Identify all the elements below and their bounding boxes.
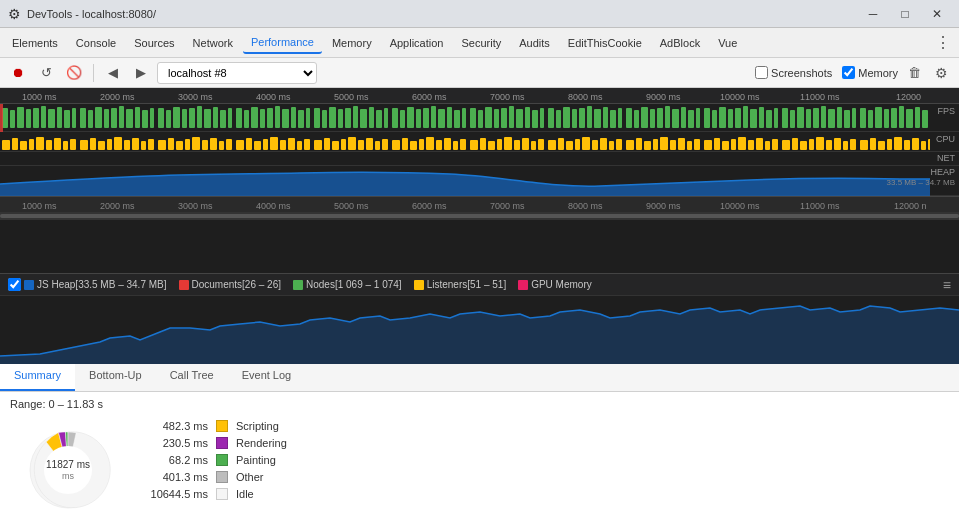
svg-text:6000 ms: 6000 ms <box>412 92 447 102</box>
svg-text:9000 ms: 9000 ms <box>646 201 681 211</box>
memory-section: JS Heap[33.5 MB – 34.7 MB] Documents[26 … <box>0 273 959 363</box>
menu-elements[interactable]: Elements <box>4 33 66 53</box>
divider-1 <box>93 64 94 82</box>
svg-rect-23 <box>0 104 3 132</box>
svg-text:3000 ms: 3000 ms <box>178 92 213 102</box>
pie-center-value: 11827 ms ms <box>46 458 90 483</box>
other-swatch <box>216 471 228 483</box>
legend-jsheap[interactable]: JS Heap[33.5 MB – 34.7 MB] <box>8 278 167 291</box>
minimize-button[interactable]: ─ <box>859 5 887 23</box>
svg-text:11000 ms: 11000 ms <box>800 201 840 211</box>
clear-button[interactable]: 🚫 <box>62 61 86 85</box>
menu-application[interactable]: Application <box>382 33 452 53</box>
menu-console[interactable]: Console <box>68 33 124 53</box>
legend-documents: Documents[26 – 26] <box>179 279 282 290</box>
svg-text:5000 ms: 5000 ms <box>334 92 369 102</box>
memory-legend: JS Heap[33.5 MB – 34.7 MB] Documents[26 … <box>0 274 959 296</box>
record-button[interactable]: ⏺ <box>6 61 30 85</box>
rendering-time: 230.5 ms <box>138 437 208 449</box>
scripting-time: 482.3 ms <box>138 420 208 432</box>
jsheap-label: JS Heap[33.5 MB – 34.7 MB] <box>37 279 167 290</box>
screenshots-label: Screenshots <box>771 67 832 79</box>
menu-audits[interactable]: Audits <box>511 33 558 53</box>
other-label: Other <box>236 471 264 483</box>
menu-network[interactable]: Network <box>185 33 241 53</box>
screenshots-checkbox-input[interactable] <box>755 66 768 79</box>
svg-text:3000 ms: 3000 ms <box>178 201 213 211</box>
close-button[interactable]: ✕ <box>923 5 951 23</box>
summary-table: 482.3 ms Scripting 230.5 ms Rendering 68… <box>138 420 941 505</box>
svg-text:4000 ms: 4000 ms <box>256 92 291 102</box>
legend-nodes: Nodes[1 069 – 1 074] <box>293 279 402 290</box>
more-options-button[interactable]: ⋮ <box>931 31 955 55</box>
svg-text:2000 ms: 2000 ms <box>100 92 135 102</box>
menu-sources[interactable]: Sources <box>126 33 182 53</box>
time-ruler-bottom: 1000 ms 2000 ms 3000 ms 4000 ms 5000 ms … <box>0 196 959 212</box>
summary-area: 11827 ms ms 482.3 ms Scripting 230.5 ms … <box>10 416 949 515</box>
tab-call-tree[interactable]: Call Tree <box>156 364 228 391</box>
summary-row-painting: 68.2 ms Painting <box>138 454 941 466</box>
jsheap-swatch <box>24 280 34 290</box>
bottom-tabs: Summary Bottom-Up Call Tree Event Log <box>0 364 959 392</box>
jsheap-checkbox[interactable] <box>8 278 21 291</box>
tab-summary[interactable]: Summary <box>0 364 75 391</box>
menu-editthiscookie[interactable]: EditThisCookie <box>560 33 650 53</box>
idle-label: Idle <box>236 488 254 500</box>
svg-text:7000 ms: 7000 ms <box>490 92 525 102</box>
memory-checkbox[interactable]: Memory <box>842 66 898 79</box>
menu-memory[interactable]: Memory <box>324 33 380 53</box>
window-title: DevTools - localhost:8080/ <box>27 8 853 20</box>
settings-button[interactable]: ⚙ <box>929 61 953 85</box>
trash-button[interactable]: 🗑 <box>908 65 921 80</box>
bottom-panel: Summary Bottom-Up Call Tree Event Log Ra… <box>0 363 959 515</box>
toolbar: ⏺ ↺ 🚫 ◀ ▶ localhost #8 Screenshots Memor… <box>0 58 959 88</box>
svg-text:4000 ms: 4000 ms <box>256 201 291 211</box>
rendering-swatch <box>216 437 228 449</box>
svg-text:10000 ms: 10000 ms <box>720 92 760 102</box>
summary-content: Range: 0 – 11.83 s <box>0 392 959 515</box>
svg-rect-22 <box>0 104 930 132</box>
back-button[interactable]: ◀ <box>101 61 125 85</box>
summary-row-scripting: 482.3 ms Scripting <box>138 420 941 432</box>
gpumemory-label: GPU Memory <box>531 279 592 290</box>
svg-text:1000 ms: 1000 ms <box>22 92 57 102</box>
summary-row-rendering: 230.5 ms Rendering <box>138 437 941 449</box>
documents-label: Documents[26 – 26] <box>192 279 282 290</box>
maximize-button[interactable]: □ <box>891 5 919 23</box>
net-label: NET <box>937 153 955 163</box>
idle-time: 10644.5 ms <box>138 488 208 500</box>
painting-label: Painting <box>236 454 276 466</box>
url-select[interactable]: localhost #8 <box>157 62 317 84</box>
nodes-swatch <box>293 280 303 290</box>
menu-performance[interactable]: Performance <box>243 32 322 54</box>
memory-chart <box>0 296 959 364</box>
rendering-label: Rendering <box>236 437 287 449</box>
forward-button[interactable]: ▶ <box>129 61 153 85</box>
menu-security[interactable]: Security <box>453 33 509 53</box>
idle-swatch <box>216 488 228 500</box>
timeline-scrollbar[interactable] <box>0 212 959 220</box>
screenshots-checkbox[interactable]: Screenshots <box>755 66 832 79</box>
reload-record-button[interactable]: ↺ <box>34 61 58 85</box>
scripting-label: Scripting <box>236 420 279 432</box>
menu-vue[interactable]: Vue <box>710 33 745 53</box>
painting-time: 68.2 ms <box>138 454 208 466</box>
memory-checkbox-input[interactable] <box>842 66 855 79</box>
tab-event-log[interactable]: Event Log <box>228 364 306 391</box>
menu-adblock[interactable]: AdBlock <box>652 33 708 53</box>
legend-listeners: Listeners[51 – 51] <box>414 279 507 290</box>
svg-text:8000 ms: 8000 ms <box>568 201 603 211</box>
summary-row-other: 401.3 ms Other <box>138 471 941 483</box>
cpu-label: CPU <box>936 134 955 144</box>
svg-text:11000 ms: 11000 ms <box>800 92 840 102</box>
svg-text:12000: 12000 <box>896 92 921 102</box>
legend-gpumemory: GPU Memory <box>518 279 592 290</box>
svg-text:6000 ms: 6000 ms <box>412 201 447 211</box>
tab-bottom-up[interactable]: Bottom-Up <box>75 364 156 391</box>
gpumemory-swatch <box>518 280 528 290</box>
svg-text:5000 ms: 5000 ms <box>334 201 369 211</box>
svg-text:10000 ms: 10000 ms <box>720 201 760 211</box>
legend-menu-button[interactable]: ≡ <box>943 277 951 293</box>
nodes-label: Nodes[1 069 – 1 074] <box>306 279 402 290</box>
window-controls: ─ □ ✕ <box>859 5 951 23</box>
